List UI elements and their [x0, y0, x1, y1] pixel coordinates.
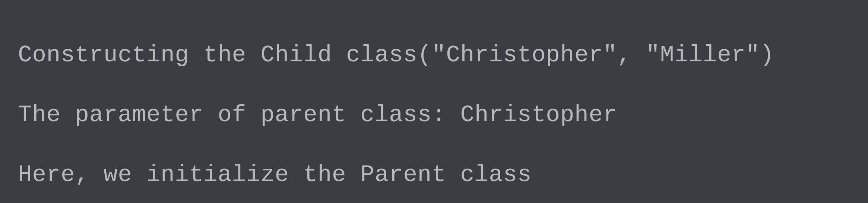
console-line: Constructing the Child class("Christophe… — [18, 41, 850, 71]
console-line: Here, we initialize the Parent class — [18, 160, 850, 190]
console-output: Constructing the Child class("Christophe… — [0, 0, 868, 203]
console-line: The parameter of parent class: Christoph… — [18, 100, 850, 130]
